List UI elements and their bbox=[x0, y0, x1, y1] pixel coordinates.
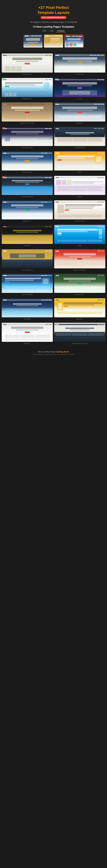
grid-row-3: REAL ESTATE bbox=[2, 102, 105, 125]
template-card-medical[interactable] bbox=[2, 200, 53, 219]
tab-company[interactable]: Company bbox=[56, 30, 66, 32]
template-label-startup: STARTUP bbox=[75, 73, 84, 75]
grid-row-8: SPORT bbox=[2, 225, 105, 248]
template-card-product[interactable]: NEW bbox=[2, 78, 53, 97]
template-item-product: NEW bbox=[2, 78, 53, 101]
coming-soon-text: Coming Soon! bbox=[56, 351, 69, 353]
template-item-startup: STARTUP bbox=[54, 54, 105, 76]
preview-company[interactable]: NEW bbox=[64, 35, 84, 48]
template-card-agency[interactable] bbox=[54, 102, 105, 122]
new-templates-tabs: Hotel Cafe Company bbox=[3, 30, 104, 32]
template-label-software: SOFTWARE bbox=[22, 294, 33, 296]
title-part1: +27 Pixel Perfect bbox=[38, 5, 69, 10]
grid-row-4: NEW bbox=[2, 127, 105, 150]
template-card-marketing[interactable]: HOT bbox=[2, 176, 53, 195]
footer-subtext: Buy MegaBase Today and Get all Future Up… bbox=[3, 353, 104, 355]
product-tag: NEW bbox=[2, 79, 5, 80]
template-label-product: PRODUCT bbox=[23, 98, 32, 100]
grid-row-10: SOFTWARE bbox=[2, 274, 105, 297]
template-card-restaurant[interactable] bbox=[54, 249, 105, 268]
footer-text: More Landing Pages Coming Soon! bbox=[3, 351, 104, 353]
template-item-marketing: HOT bbox=[2, 176, 53, 199]
grid-row-7: MEDICAL bbox=[2, 200, 105, 223]
template-label-realestate: REAL ESTATE bbox=[21, 122, 34, 124]
grid-row-11: TRAVEL bbox=[2, 298, 105, 321]
template-card-original[interactable] bbox=[2, 54, 53, 72]
template-item-original: ORIGINAL bbox=[2, 54, 53, 76]
new-templates-preview-area: NEW bbox=[3, 35, 104, 50]
template-card-construction[interactable] bbox=[54, 323, 105, 342]
template-item-software: SOFTWARE bbox=[2, 274, 53, 297]
title-part2: Template Layouts bbox=[37, 10, 70, 15]
template-label-showcase: SHOWCASE bbox=[22, 147, 33, 149]
template-card-saas[interactable]: SAAS bbox=[54, 78, 105, 97]
grid-row-9: CAR RENTAL bbox=[2, 249, 105, 272]
template-card-app[interactable] bbox=[54, 225, 105, 244]
template-label-construction: CONSTRUCTION bbox=[72, 343, 88, 344]
template-card-event[interactable] bbox=[2, 323, 53, 342]
conversion-badge: 900+ CONVERSION RATE bbox=[41, 16, 66, 19]
preview-hotel[interactable] bbox=[23, 35, 43, 48]
template-label-saas: SAAS bbox=[77, 98, 82, 100]
template-item-saas: SAAS SAAS bbox=[54, 78, 105, 101]
template-card-travel[interactable] bbox=[2, 298, 53, 317]
template-item-medical: MEDICAL bbox=[2, 200, 53, 223]
template-item-agency: AGENCY bbox=[54, 102, 105, 125]
showcase-tag: NEW bbox=[2, 127, 5, 129]
template-card-shop[interactable] bbox=[54, 176, 105, 195]
template-card-startup[interactable] bbox=[54, 54, 105, 72]
template-card-corporate[interactable] bbox=[54, 127, 105, 146]
template-card-elegant[interactable] bbox=[54, 274, 105, 293]
new-badge: NEW bbox=[78, 36, 82, 37]
footer-section: More Landing Pages Coming Soon! Buy Mega… bbox=[0, 347, 107, 359]
template-item-elegant: ELEGANT bbox=[54, 274, 105, 297]
preview-cafe[interactable] bbox=[44, 35, 63, 48]
template-label-travel: TRAVEL bbox=[23, 318, 31, 320]
header-subtitle: The Biggest Collection of Landing Pages … bbox=[3, 21, 104, 23]
template-label-sport: SPORT bbox=[24, 245, 31, 247]
template-card-seo[interactable] bbox=[54, 151, 105, 170]
grid-row-6: HOT bbox=[2, 176, 105, 199]
template-card-software[interactable] bbox=[2, 274, 53, 293]
template-item-shop: SHOP bbox=[54, 176, 105, 199]
template-item-event: EVENT bbox=[2, 323, 53, 346]
marketing-tag: HOT bbox=[2, 176, 5, 178]
grid-row-5: BUSINESS bbox=[2, 151, 105, 175]
template-label-medical: MEDICAL bbox=[23, 220, 32, 222]
grid-row-2: NEW bbox=[2, 78, 105, 101]
template-card-realestate[interactable] bbox=[2, 102, 53, 122]
template-item-restaurant: RESTAURANT bbox=[54, 249, 105, 272]
tab-cafe[interactable]: Cafe bbox=[49, 30, 55, 32]
template-label-restaurant: RESTAURANT bbox=[73, 269, 86, 271]
template-label-business: BUSINESS bbox=[22, 172, 32, 173]
template-item-travel: TRAVEL bbox=[2, 298, 53, 321]
tab-hotel[interactable]: Hotel bbox=[41, 30, 47, 32]
template-label-original: ORIGINAL bbox=[22, 73, 32, 75]
saas-tag: SAAS bbox=[55, 79, 58, 80]
template-item-showcase: NEW bbox=[2, 127, 53, 150]
template-item-app: APP bbox=[54, 225, 105, 248]
template-card-business[interactable] bbox=[2, 151, 53, 170]
template-card-creative[interactable] bbox=[54, 200, 105, 219]
main-title: +27 Pixel Perfect Template Layouts bbox=[3, 5, 104, 15]
template-label-shop: SHOP bbox=[77, 196, 82, 197]
template-item-sport: SPORT bbox=[2, 225, 53, 248]
template-card-sport[interactable] bbox=[2, 225, 53, 244]
template-card-ebook[interactable] bbox=[54, 298, 105, 317]
template-item-seo: SEO bbox=[54, 151, 105, 175]
template-label-elegant: ELEGANT bbox=[75, 294, 84, 296]
new-templates-title: +3 New Landing Pages Templates bbox=[3, 25, 104, 28]
template-label-seo: SEO bbox=[78, 172, 82, 173]
template-label-app: APP bbox=[78, 245, 82, 247]
template-item-construction: CONSTRUCTION bbox=[54, 323, 105, 346]
templates-grid: ORIGINAL bbox=[0, 52, 107, 346]
template-card-carrental[interactable] bbox=[2, 249, 53, 268]
template-label-creative: CREATIVE bbox=[75, 220, 85, 222]
template-item-ebook: EBOOK bbox=[54, 298, 105, 321]
template-label-event: EVENT bbox=[24, 343, 31, 344]
template-label-corporate: CORPORATE bbox=[74, 147, 86, 149]
template-card-showcase[interactable]: NEW bbox=[2, 127, 53, 146]
template-label-marketing: MARKETING bbox=[21, 196, 33, 197]
template-label-carrental: CAR RENTAL bbox=[21, 269, 33, 271]
template-label-agency: AGENCY bbox=[76, 122, 84, 124]
